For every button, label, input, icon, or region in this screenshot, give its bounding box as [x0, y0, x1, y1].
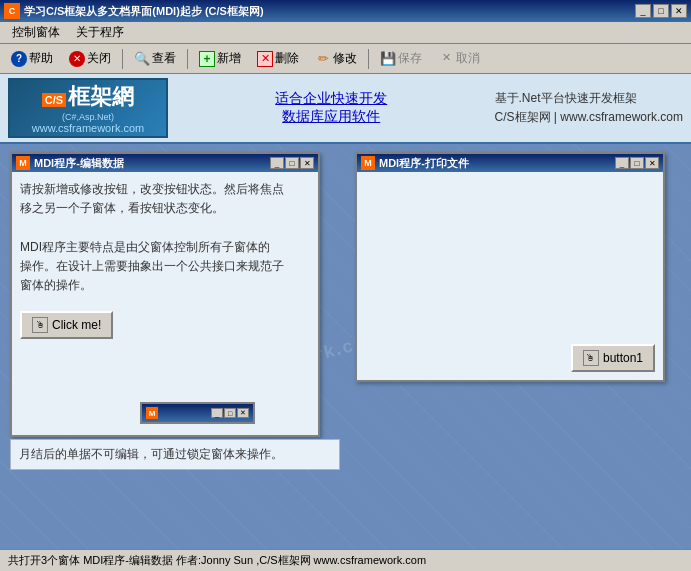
toolbar-cancel-button[interactable]: ✕ 取消	[431, 47, 487, 71]
mdi-mini-minimize[interactable]: _	[211, 408, 223, 418]
logo-brand: 框架網	[68, 82, 134, 112]
mdi-window-print: M MDI程序-打印文件 _ □ ✕ 🖱 button1	[355, 152, 665, 382]
mdi-edit-text4: MDI程序主要特点是由父窗体控制所有子窗体的	[20, 238, 310, 257]
title-bar-buttons: _ □ ✕	[635, 4, 687, 18]
logo-sub: (C#,Asp.Net)	[62, 112, 114, 122]
header-area: C/S 框架網 (C#,Asp.Net) www.csframework.com…	[0, 74, 691, 144]
button1-button[interactable]: 🖱 button1	[571, 344, 655, 372]
edit-label: 修改	[333, 50, 357, 67]
bottom-text: 月结后的单据不可编辑，可通过锁定窗体来操作。	[19, 447, 283, 461]
close-icon: ✕	[69, 51, 85, 67]
edit-icon: ✏	[315, 51, 331, 67]
mdi-mini-window: M _ □ ✕	[140, 402, 255, 424]
cancel-icon: ✕	[438, 51, 454, 67]
mdi-edit-text6: 窗体的操作。	[20, 276, 310, 295]
mdi-area: www.csframework.com C/S结构框架网 M MDI程序-编辑数…	[0, 144, 691, 549]
close-label: 关闭	[87, 50, 111, 67]
bottom-text-area: 月结后的单据不可编辑，可通过锁定窗体来操作。	[10, 439, 340, 470]
header-link1[interactable]: 适合企业快速开发	[188, 90, 475, 108]
button1-label: button1	[603, 351, 643, 365]
toolbar-add-button[interactable]: + 新增	[192, 47, 248, 71]
mdi-mini-close[interactable]: ✕	[237, 408, 249, 418]
menu-bar: 控制窗体 关于程序	[0, 22, 691, 44]
menu-item-about[interactable]: 关于程序	[68, 22, 132, 43]
mdi-edit-title-bar[interactable]: M MDI程序-编辑数据 _ □ ✕	[12, 154, 318, 172]
maximize-button[interactable]: □	[653, 4, 669, 18]
save-label: 保存	[398, 50, 422, 67]
mdi-print-title: MDI程序-打印文件	[379, 156, 469, 171]
button1-icon: 🖱	[583, 350, 599, 366]
save-icon: 💾	[380, 51, 396, 67]
click-me-label: Click me!	[52, 318, 101, 332]
header-link2[interactable]: 数据库应用软件	[188, 108, 475, 126]
mdi-edit-text2: 移之另一个子窗体，看按钮状态变化。	[20, 199, 310, 218]
logo-area: C/S 框架網 (C#,Asp.Net) www.csframework.com	[8, 78, 168, 138]
view-icon: 🔍	[134, 51, 150, 67]
toolbar-save-button[interactable]: 💾 保存	[373, 47, 429, 71]
click-me-button[interactable]: 🖱 Click me!	[20, 311, 113, 339]
add-icon: +	[199, 51, 215, 67]
mdi-edit-title: MDI程序-编辑数据	[34, 156, 124, 171]
mdi-print-title-bar[interactable]: M MDI程序-打印文件 _ □ ✕	[357, 154, 663, 172]
close-button-title[interactable]: ✕	[671, 4, 687, 18]
header-right: 基于.Net平台快速开发框架 C/S框架网 | www.csframework.…	[495, 89, 683, 127]
mdi-print-close[interactable]: ✕	[645, 157, 659, 169]
status-bar: 共打开3个窗体 MDI程序-编辑数据 作者:Jonny Sun ,C/S框架网 …	[0, 549, 691, 571]
mdi-print-icon: M	[361, 156, 375, 170]
header-right-line2: C/S框架网 | www.csframework.com	[495, 108, 683, 127]
help-label: 帮助	[29, 50, 53, 67]
cancel-label: 取消	[456, 50, 480, 67]
toolbar-view-button[interactable]: 🔍 查看	[127, 47, 183, 71]
toolbar-delete-button[interactable]: ✕ 删除	[250, 47, 306, 71]
toolbar: ? 帮助 ✕ 关闭 🔍 查看 + 新增 ✕ 删除 ✏ 修改 💾 保存	[0, 44, 691, 74]
status-text: 共打开3个窗体 MDI程序-编辑数据 作者:Jonny Sun ,C/S框架网 …	[8, 553, 426, 568]
app-container: C 学习C/S框架从多文档界面(MDI)起步 (C/S框架网) _ □ ✕ 控制…	[0, 0, 691, 571]
click-me-icon: 🖱	[32, 317, 48, 333]
view-label: 查看	[152, 50, 176, 67]
mdi-edit-text5: 操作。在设计上需要抽象出一个公共接口来规范子	[20, 257, 310, 276]
toolbar-help-button[interactable]: ? 帮助	[4, 47, 60, 71]
title-bar: C 学习C/S框架从多文档界面(MDI)起步 (C/S框架网) _ □ ✕	[0, 0, 691, 22]
mdi-edit-maximize[interactable]: □	[285, 157, 299, 169]
toolbar-separator-1	[122, 49, 123, 69]
mdi-window-edit: M MDI程序-编辑数据 _ □ ✕ 请按新增或修改按钮，改变按钮状态。然后将焦…	[10, 152, 320, 437]
delete-label: 删除	[275, 50, 299, 67]
mdi-edit-close[interactable]: ✕	[300, 157, 314, 169]
menu-item-control[interactable]: 控制窗体	[4, 22, 68, 43]
mdi-edit-buttons: _ □ ✕	[270, 157, 314, 169]
mdi-edit-icon: M	[16, 156, 30, 170]
app-icon: C	[4, 3, 20, 19]
app-title: 学习C/S框架从多文档界面(MDI)起步 (C/S框架网)	[24, 4, 264, 19]
mdi-print-content: 🖱 button1	[357, 172, 663, 380]
mdi-edit-content: 请按新增或修改按钮，改变按钮状态。然后将焦点 移之另一个子窗体，看按钮状态变化。…	[12, 172, 318, 435]
toolbar-edit-button[interactable]: ✏ 修改	[308, 47, 364, 71]
mdi-print-maximize[interactable]: □	[630, 157, 644, 169]
mdi-print-buttons: _ □ ✕	[615, 157, 659, 169]
logo-url: www.csframework.com	[32, 122, 144, 134]
toolbar-separator-2	[187, 49, 188, 69]
header-right-line1: 基于.Net平台快速开发框架	[495, 89, 683, 108]
mdi-mini-title-bar[interactable]: M _ □ ✕	[142, 404, 253, 422]
mdi-edit-minimize[interactable]: _	[270, 157, 284, 169]
header-center: 适合企业快速开发 数据库应用软件	[168, 90, 495, 126]
mdi-edit-text1: 请按新增或修改按钮，改变按钮状态。然后将焦点	[20, 180, 310, 199]
toolbar-separator-3	[368, 49, 369, 69]
mdi-print-minimize[interactable]: _	[615, 157, 629, 169]
add-label: 新增	[217, 50, 241, 67]
help-icon: ?	[11, 51, 27, 67]
logo-cs-badge: C/S	[42, 93, 66, 107]
mdi-mini-icon: M	[146, 407, 158, 419]
minimize-button[interactable]: _	[635, 4, 651, 18]
mdi-mini-maximize[interactable]: □	[224, 408, 236, 418]
delete-icon: ✕	[257, 51, 273, 67]
toolbar-close-button[interactable]: ✕ 关闭	[62, 47, 118, 71]
